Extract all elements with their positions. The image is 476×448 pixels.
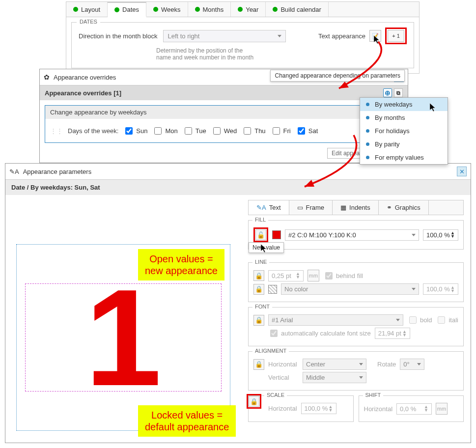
lock-icon-button[interactable]: 🔒	[253, 359, 264, 370]
weekday-checkbox-wed[interactable]: Wed	[211, 126, 237, 136]
shift-h-input[interactable]: 0,0 %▲▼	[396, 403, 432, 415]
tab-build[interactable]: Build calendar	[266, 2, 328, 17]
weekday-checkbox-thu[interactable]: Thu	[242, 126, 265, 136]
chevron-down-icon	[412, 288, 416, 290]
status-dot-icon	[195, 7, 200, 12]
annotation-open: Open values =new appearance	[138, 249, 224, 280]
tab-text[interactable]: ✎AText	[249, 200, 289, 215]
preview-cell: 1	[25, 283, 222, 392]
unit-button[interactable]: mm	[308, 270, 319, 281]
color-swatch[interactable]	[268, 285, 277, 294]
status-dot-icon	[153, 7, 158, 12]
chevron-down-icon	[278, 35, 281, 37]
preview-pane: 1 Open values =new appearance Locked val…	[5, 195, 241, 441]
unit-button[interactable]: mm	[436, 403, 448, 415]
grip-icon[interactable]: ⋮⋮	[50, 127, 63, 135]
scale-h-input[interactable]: 100,0 %▲▼	[301, 403, 336, 414]
lock-icon-button[interactable]: 🔒	[253, 315, 264, 326]
tab-graphics[interactable]: ⚭Graphics	[379, 200, 429, 215]
status-dot-icon	[73, 7, 78, 12]
font-select[interactable]: #1 Arial	[268, 314, 403, 326]
direction-label: Direction in the month block	[79, 32, 157, 40]
dialog-title: Appearance parameters	[23, 168, 91, 175]
rotate-select[interactable]: 0°	[400, 359, 424, 370]
weekday-checkbox-sun[interactable]: Sun	[123, 126, 147, 136]
rotate-label: Rotate	[377, 361, 396, 368]
weekday-checkbox-fri[interactable]: Fri	[271, 126, 291, 136]
frame-icon: ▭	[297, 204, 303, 211]
appearance-icon: ✎A	[9, 168, 19, 175]
shift-h-label: Horizontal	[364, 405, 393, 413]
menu-item-empty[interactable]: For empty values	[360, 151, 448, 164]
tab-layout[interactable]: Layout	[66, 2, 108, 17]
line-width-input[interactable]: 0,25 pt▲▼	[268, 270, 304, 281]
fill-opacity-input[interactable]: 100,0 %▲▼	[423, 229, 458, 241]
chevron-down-icon	[396, 319, 400, 321]
h-align-label: Horizontal	[268, 361, 299, 368]
lock-icon-button[interactable]: 🔒	[253, 270, 264, 281]
breadcrumb: Date / By weekdays: Sun, Sat	[5, 180, 471, 195]
font-size-input[interactable]: 21,94 pt▲▼	[375, 328, 410, 339]
tab-frame[interactable]: ▭Frame	[289, 200, 333, 215]
v-align-select[interactable]: Middle	[303, 372, 366, 383]
behind-fill-checkbox[interactable]: behind fill	[323, 271, 363, 281]
lock-icon-button[interactable]: 🔒	[249, 396, 259, 407]
tab-indents[interactable]: ▦Indents	[333, 200, 379, 215]
color-swatch[interactable]	[272, 230, 281, 239]
dialog-title: Appearance overrides	[54, 74, 116, 81]
chevron-down-icon	[359, 376, 363, 379]
menu-item-parity[interactable]: By parity	[360, 138, 448, 151]
add-override-button[interactable]: + 1	[388, 30, 404, 42]
appearance-params-dialog: ✎A Appearance parameters ✕ Date / By wee…	[5, 163, 471, 443]
italic-checkbox[interactable]: itali	[436, 315, 458, 325]
preview-digit: 1	[85, 282, 162, 392]
overrides-dialog: ✿ Appearance overrides ✕ Appearance over…	[39, 69, 408, 163]
text-appearance-label: Text appearance	[318, 32, 365, 40]
status-dot-icon	[273, 7, 278, 12]
dates-panel: Layout Dates Weeks Months Year Build cal…	[66, 1, 420, 74]
v-align-label: Vertical	[268, 374, 299, 381]
tab-months[interactable]: Months	[188, 2, 231, 17]
scale-h-label: Horizontal	[268, 405, 297, 412]
weekday-checkbox-tue[interactable]: Tue	[183, 126, 206, 136]
line-color-select[interactable]: No color	[281, 283, 419, 295]
tooltip: New value	[249, 242, 284, 253]
copy-icon-button[interactable]: ⧉	[394, 88, 403, 97]
tab-weeks[interactable]: Weeks	[146, 2, 188, 17]
tooltip: Changed appearance depending on paramete…	[270, 70, 405, 82]
indents-icon: ▦	[340, 204, 346, 211]
weekday-checkbox-mon[interactable]: Mon	[152, 126, 177, 136]
h-align-select[interactable]: Center	[303, 359, 366, 370]
dialog-titlebar: ✎A Appearance parameters ✕	[5, 164, 471, 180]
bold-checkbox[interactable]: bold	[407, 315, 432, 325]
line-group: LINE 🔒 0,25 pt▲▼ mm behind fill 🔒 No col…	[248, 262, 464, 302]
close-button[interactable]: ✕	[457, 167, 467, 176]
status-dot-icon	[238, 7, 243, 12]
highlight-box: + 1	[385, 28, 407, 44]
text-icon: ✎A	[256, 204, 266, 211]
direction-select[interactable]: Left to right	[163, 30, 286, 42]
menu-item-months[interactable]: By months	[360, 111, 448, 124]
add-override-icon-button[interactable]: ⊕	[383, 88, 392, 97]
annotation-locked: Locked values =default appearance	[138, 405, 236, 437]
dates-fieldset: DATES Direction in the month block Left …	[71, 22, 414, 68]
appearance-icon-button[interactable]: 📝	[369, 30, 381, 42]
tab-year[interactable]: Year	[231, 2, 266, 17]
alignment-group: ALIGNMENT 🔒 Horizontal Center Rotate 0° …	[248, 351, 464, 391]
graphics-icon: ⚭	[387, 204, 392, 211]
font-group: FONT 🔒 #1 Arial bold itali automatically…	[248, 307, 464, 346]
days-label: Days of the week:	[68, 127, 118, 135]
tab-dates[interactable]: Dates	[108, 2, 146, 17]
lock-icon-button[interactable]: 🔒	[253, 284, 264, 295]
menu-item-holidays[interactable]: For holidays	[360, 124, 448, 138]
chevron-down-icon	[412, 234, 416, 236]
scale-group: 🔒 SCALE Horizontal 100,0 %▲▼	[248, 395, 354, 422]
params-tabs: ✎AText ▭Frame ▦Indents ⚭Graphics	[248, 200, 464, 215]
unlock-icon-button[interactable]: 🔓	[255, 229, 266, 240]
properties-pane: ✎AText ▭Frame ▦Indents ⚭Graphics FILL 🔓 …	[241, 195, 471, 441]
weekday-checkbox-sat[interactable]: Sat	[296, 126, 318, 136]
fill-color-select[interactable]: #2 C:0 M:100 Y:100 K:0	[285, 229, 419, 241]
line-opacity-input[interactable]: 100,0 %▲▼	[423, 283, 458, 295]
menu-item-weekdays[interactable]: By weekdays	[360, 98, 448, 111]
auto-font-checkbox[interactable]: automatically calculate font size	[268, 328, 371, 338]
